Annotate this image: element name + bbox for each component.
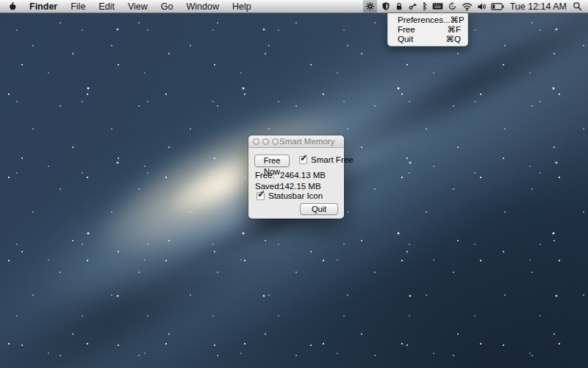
checkmark-icon: ✓ [300, 153, 308, 163]
menubar-item-help[interactable]: Help [226, 0, 258, 13]
time-machine-icon[interactable] [448, 0, 457, 13]
smart-memory-menubar-icon[interactable] [363, 0, 377, 13]
free-value: 2464.13 MB [280, 171, 326, 180]
key-icon[interactable] [408, 0, 417, 13]
menubar-item-go[interactable]: Go [154, 0, 180, 13]
menubar-item-file[interactable]: File [64, 0, 92, 13]
menu-item-preferences[interactable]: Preferences... ⌘P [388, 15, 467, 24]
smart-memory-window: Smart Memory Free Now ✓ Smart Free Free:… [248, 135, 344, 219]
menubar-clock[interactable]: Tue 12:14 AM [509, 1, 568, 12]
lock-icon[interactable] [395, 0, 404, 13]
bluetooth-icon[interactable]: ᛒ [422, 0, 427, 13]
free-label: Free: [255, 171, 275, 180]
shield-icon[interactable] [381, 0, 390, 13]
desktop: Finder File Edit View Go Window Help [0, 0, 588, 368]
window-content: Free Now ✓ Smart Free Free: 2464.13 MB S… [248, 148, 344, 219]
battery-icon[interactable] [491, 0, 504, 13]
menu-item-shortcut: ⌘P [451, 15, 465, 25]
menubar-item-window[interactable]: Window [179, 0, 225, 13]
checkmark-icon: ✓ [257, 189, 265, 199]
saved-value: 142.15 MB [280, 182, 321, 191]
statusbar-icon-checkbox[interactable]: ✓ [257, 192, 265, 200]
menu-item-quit[interactable]: Quit ⌘Q [388, 34, 467, 43]
menubar-item-edit[interactable]: Edit [92, 0, 121, 13]
menu-item-label: Quit [398, 35, 413, 43]
wifi-icon[interactable] [462, 0, 473, 13]
free-now-button[interactable]: Free Now [254, 155, 290, 167]
menu-item-shortcut: ⌘F [447, 24, 461, 35]
menu-item-label: Free [398, 25, 415, 34]
close-button[interactable] [253, 138, 259, 145]
menu-item-shortcut: ⌘Q [446, 34, 461, 44]
window-title: Smart Memory [279, 137, 334, 146]
menu-item-free[interactable]: Free ⌘F [388, 24, 467, 34]
statusbar-icon-label: Statusbar Icon [268, 191, 323, 200]
spotlight-icon[interactable] [573, 0, 582, 13]
apple-menu[interactable] [0, 0, 23, 13]
menu-item-label: Preferences... [398, 15, 451, 24]
menu-bar: Finder File Edit View Go Window Help [0, 0, 588, 13]
gear-icon [365, 1, 375, 11]
smart-memory-status-menu: Preferences... ⌘P Free ⌘F Quit ⌘Q [387, 13, 468, 46]
menubar-item-view[interactable]: View [121, 0, 154, 13]
smart-free-checkbox[interactable]: ✓ [299, 156, 307, 164]
zoom-button[interactable] [272, 138, 279, 145]
volume-icon[interactable] [477, 0, 487, 13]
apple-logo-icon [7, 1, 17, 12]
window-titlebar[interactable]: Smart Memory [248, 135, 344, 148]
smart-free-label: Smart Free [311, 155, 354, 164]
keyboard-icon[interactable] [432, 0, 443, 13]
minimize-button[interactable] [262, 138, 269, 145]
menubar-app-name[interactable]: Finder [23, 0, 64, 13]
quit-button[interactable]: Quit [300, 203, 338, 215]
